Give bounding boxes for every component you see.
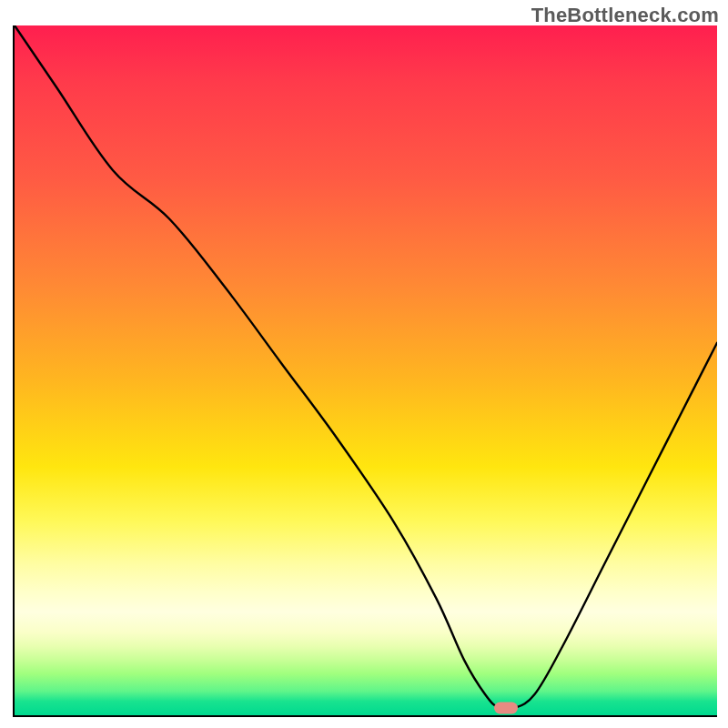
watermark-text: TheBottleneck.com	[531, 4, 719, 27]
plot-area	[13, 25, 717, 717]
curve-layer	[15, 25, 717, 715]
bottleneck-curve	[15, 25, 717, 710]
chart-root: TheBottleneck.com	[0, 0, 728, 728]
minimum-marker	[494, 703, 518, 714]
